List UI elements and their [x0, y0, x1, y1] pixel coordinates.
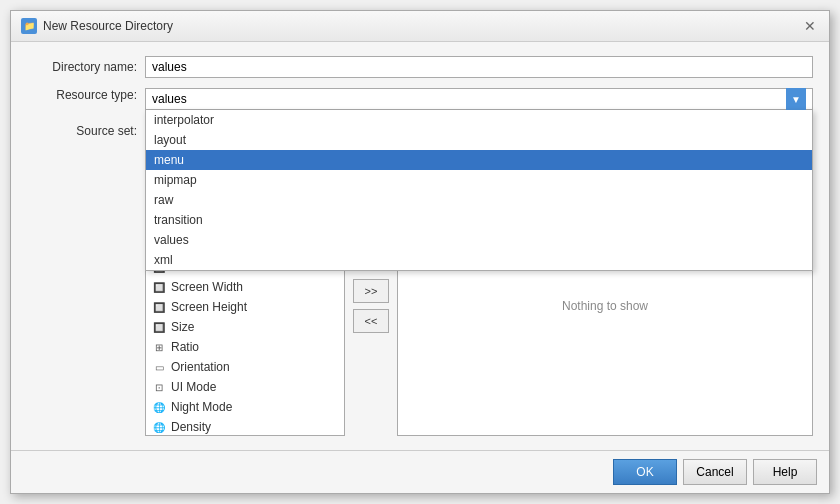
orientation-icon: ▭ — [152, 360, 166, 374]
dialog-title: New Resource Directory — [43, 19, 173, 33]
qualifier-ui-mode[interactable]: ⊡ UI Mode — [146, 377, 344, 397]
qualifier-orientation-label: Orientation — [171, 360, 230, 374]
new-resource-directory-dialog: 📁 New Resource Directory ✕ Directory nam… — [10, 10, 830, 494]
qualifier-density-label: Density — [171, 420, 211, 434]
resource-type-dropdown-menu: interpolator layout menu mipmap raw tran… — [145, 110, 813, 271]
qualifier-size-label: Size — [171, 320, 194, 334]
dialog-body: Directory name: Resource type: values ▼ … — [11, 42, 829, 450]
screen-width-icon: 🔲 — [152, 280, 166, 294]
chosen-qualifiers-empty-text: Nothing to show — [562, 299, 648, 313]
ok-button[interactable]: OK — [613, 459, 677, 485]
resource-type-label: Resource type: — [27, 88, 137, 102]
qualifier-screen-height[interactable]: 🔲 Screen Height — [146, 297, 344, 317]
qualifier-night-mode[interactable]: 🌐 Night Mode — [146, 397, 344, 417]
dropdown-item-menu[interactable]: menu — [146, 150, 812, 170]
title-bar-left: 📁 New Resource Directory — [21, 18, 173, 34]
ui-mode-icon: ⊡ — [152, 380, 166, 394]
cancel-button[interactable]: Cancel — [683, 459, 747, 485]
size-icon: 🔲 — [152, 320, 166, 334]
source-set-label: Source set: — [27, 124, 137, 138]
dropdown-item-raw[interactable]: raw — [146, 190, 812, 210]
resource-type-row: Resource type: values ▼ interpolator lay… — [27, 88, 813, 110]
night-mode-icon: 🌐 — [152, 400, 166, 414]
dialog-footer: OK Cancel Help — [11, 450, 829, 493]
resource-type-dropdown-container: values ▼ interpolator layout menu mipmap… — [145, 88, 813, 110]
qualifier-night-mode-label: Night Mode — [171, 400, 232, 414]
qualifier-ui-mode-label: UI Mode — [171, 380, 216, 394]
qualifier-density[interactable]: 🌐 Density — [146, 417, 344, 436]
add-qualifier-button[interactable]: >> — [353, 279, 389, 303]
resource-type-dropdown[interactable]: values ▼ — [145, 88, 813, 110]
qualifier-ratio-label: Ratio — [171, 340, 199, 354]
dropdown-item-mipmap[interactable]: mipmap — [146, 170, 812, 190]
qualifier-screen-width-label: Screen Width — [171, 280, 243, 294]
qualifier-orientation[interactable]: ▭ Orientation — [146, 357, 344, 377]
qualifier-screen-width[interactable]: 🔲 Screen Width — [146, 277, 344, 297]
resource-type-value: values — [152, 92, 187, 106]
help-button[interactable]: Help — [753, 459, 817, 485]
dropdown-item-values[interactable]: values — [146, 230, 812, 250]
screen-height-icon: 🔲 — [152, 300, 166, 314]
dropdown-item-layout[interactable]: layout — [146, 130, 812, 150]
dropdown-item-interpolator[interactable]: interpolator — [146, 110, 812, 130]
close-button[interactable]: ✕ — [801, 17, 819, 35]
directory-name-label: Directory name: — [27, 60, 137, 74]
dialog-icon: 📁 — [21, 18, 37, 34]
qualifier-ratio[interactable]: ⊞ Ratio — [146, 337, 344, 357]
dropdown-item-xml[interactable]: xml — [146, 250, 812, 270]
dropdown-arrow-icon: ▼ — [786, 88, 806, 110]
directory-name-input[interactable] — [145, 56, 813, 78]
density-icon: 🌐 — [152, 420, 166, 434]
title-bar: 📁 New Resource Directory ✕ — [11, 11, 829, 42]
qualifier-size[interactable]: 🔲 Size — [146, 317, 344, 337]
directory-name-row: Directory name: — [27, 56, 813, 78]
remove-qualifier-button[interactable]: << — [353, 309, 389, 333]
ratio-icon: ⊞ — [152, 340, 166, 354]
dropdown-item-transition[interactable]: transition — [146, 210, 812, 230]
qualifier-screen-height-label: Screen Height — [171, 300, 247, 314]
